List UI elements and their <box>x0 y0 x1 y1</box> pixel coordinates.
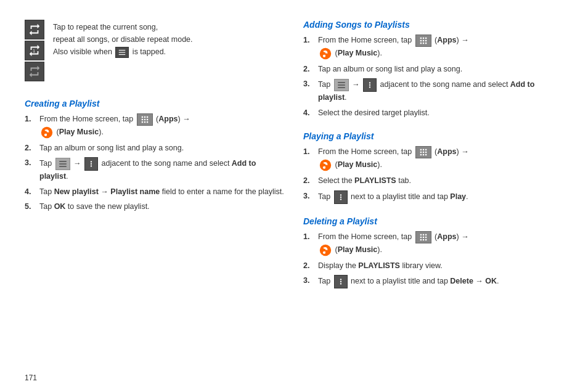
svg-rect-27 <box>338 83 345 83</box>
svg-rect-23 <box>420 43 421 44</box>
svg-rect-28 <box>338 85 345 86</box>
repeat-once-icon <box>25 20 44 39</box>
svg-rect-42 <box>425 234 427 235</box>
add-step-num-3: 3. <box>303 78 314 90</box>
svg-rect-19 <box>425 38 427 39</box>
step-content-2: Tap an album or song list and play a son… <box>39 142 285 154</box>
svg-rect-30 <box>420 149 421 150</box>
del-step-num-1: 1. <box>303 231 314 243</box>
play-step-num-3: 3. <box>303 190 314 202</box>
deleting-playlist-steps: 1. From the Home screen, tap (Apps) → <box>303 231 563 288</box>
repeat-line2: repeat all songs, or disable repeat mode… <box>53 35 193 44</box>
svg-rect-7 <box>141 119 142 120</box>
svg-rect-24 <box>422 43 423 44</box>
more-icon-play-3 <box>334 190 348 204</box>
adding-songs-section: Adding Songs to Playlists 1. From the Ho… <box>303 20 563 119</box>
svg-rect-15 <box>59 164 67 165</box>
menu-icon-3 <box>55 158 70 170</box>
play-music-label-1: Play Music <box>59 128 99 136</box>
step-num-5: 5. <box>25 201 36 213</box>
del-step-content-2: Display the PLAYLISTS library view. <box>318 260 563 272</box>
play-music-icon-1 <box>40 126 54 139</box>
play-step-2: 2. Select the PLAYLISTS tab. <box>303 175 563 187</box>
apps-icon-add-1 <box>415 35 431 47</box>
add-step-4: 4. Select the desired target playlist. <box>303 107 563 119</box>
new-playlist-label: New playlist → Playlist name <box>54 187 160 196</box>
svg-rect-46 <box>420 239 421 240</box>
add-step-1: 1. From the Home screen, tap (Apps) → <box>303 35 563 60</box>
creating-playlist-section: Creating a Playlist 1. From the Home scr… <box>25 99 285 213</box>
playlists-library-label: PLAYLISTS <box>358 261 400 270</box>
svg-rect-43 <box>420 236 421 237</box>
svg-text:1: 1 <box>33 48 35 54</box>
step-num-4: 4. <box>25 186 36 198</box>
deleting-playlist-title: Deleting a Playlist <box>303 216 563 226</box>
apps-icon-del-1 <box>415 231 431 243</box>
apps-label-play-1: Apps <box>437 147 456 156</box>
repeat-line1: Tap to repeat the current song, <box>53 23 158 31</box>
apps-icon-1 <box>137 113 153 126</box>
svg-rect-10 <box>141 121 142 123</box>
adding-songs-steps: 1. From the Home screen, tap (Apps) → <box>303 35 563 119</box>
right-column: Adding Songs to Playlists 1. From the Ho… <box>303 20 563 380</box>
left-column: 1 Tap to repeat the current song, repeat… <box>25 20 285 380</box>
svg-rect-6 <box>147 116 148 118</box>
svg-rect-40 <box>420 234 421 235</box>
svg-rect-21 <box>422 40 423 41</box>
svg-rect-22 <box>425 40 427 41</box>
play-music-label-add-1: Play Music <box>338 49 378 57</box>
svg-rect-17 <box>420 38 421 39</box>
play-step-content-1: From the Home screen, tap (Apps) → <box>318 146 563 172</box>
svg-rect-12 <box>147 121 148 123</box>
more-icon-3 <box>84 157 98 171</box>
play-step-num-2: 2. <box>303 175 314 187</box>
svg-rect-29 <box>338 88 345 88</box>
more-icon-del-3 <box>334 275 348 288</box>
step-3: 3. Tap → adjacent to the song name and s… <box>25 157 285 182</box>
add-step-num-1: 1. <box>303 35 314 46</box>
content-area: 1 Tap to repeat the current song, repeat… <box>25 20 563 380</box>
del-step-2: 2. Display the PLAYLISTS library view. <box>303 260 563 272</box>
repeat-line3: Also visible when <box>53 47 112 56</box>
svg-rect-45 <box>425 236 427 237</box>
step-5: 5. Tap OK to save the new playlist. <box>25 201 285 213</box>
svg-rect-5 <box>144 116 145 118</box>
repeat-icons: 1 <box>25 20 44 81</box>
add-step-content-3: Tap → adjacent to the song name and sele… <box>318 78 563 104</box>
apps-label-del-1: Apps <box>437 232 456 241</box>
svg-rect-18 <box>422 38 423 39</box>
step-2: 2. Tap an album or song list and play a … <box>25 142 285 154</box>
play-music-icon-del-1 <box>319 243 332 257</box>
creating-playlist-title: Creating a Playlist <box>25 99 285 108</box>
menu-inline-icon <box>115 47 129 58</box>
svg-point-26 <box>320 48 331 59</box>
play-step-3: 3. Tap next to a playlist title and tap … <box>303 190 563 204</box>
playlists-tab-label: PLAYLISTS <box>354 176 396 185</box>
apps-label-1: Apps <box>158 115 178 123</box>
svg-rect-35 <box>425 152 427 153</box>
adding-songs-title: Adding Songs to Playlists <box>303 20 563 30</box>
add-step-content-4: Select the desired target playlist. <box>318 107 563 119</box>
add-step-2: 2. Tap an album or song list and play a … <box>303 63 563 75</box>
svg-rect-9 <box>147 119 148 120</box>
playing-playlist-steps: 1. From the Home screen, tap (Apps) → <box>303 146 563 203</box>
apps-icon-play-1 <box>415 146 431 158</box>
play-label-play-3: Play <box>450 192 466 201</box>
svg-rect-38 <box>425 154 427 155</box>
svg-rect-37 <box>422 154 423 155</box>
svg-rect-11 <box>144 121 145 123</box>
svg-rect-8 <box>144 119 145 120</box>
repeat-all-icon: 1 <box>25 41 44 60</box>
del-step-3: 3. Tap next to a playlist title and tap … <box>303 275 563 288</box>
step-4: 4. Tap New playlist → Playlist name fiel… <box>25 186 285 198</box>
deleting-playlist-section: Deleting a Playlist 1. From the Home scr… <box>303 216 563 288</box>
play-music-label-del-1: Play Music <box>338 245 378 254</box>
more-icon-add-3 <box>363 78 377 92</box>
delete-ok-label: Delete → OK <box>450 277 497 285</box>
del-step-content-1: From the Home screen, tap (Apps) → <box>318 231 563 257</box>
repeat-off-icon <box>25 62 44 81</box>
svg-rect-1 <box>119 50 126 51</box>
svg-rect-47 <box>422 239 423 240</box>
del-step-num-3: 3. <box>303 275 314 287</box>
menu-icon-add-3 <box>334 79 349 91</box>
